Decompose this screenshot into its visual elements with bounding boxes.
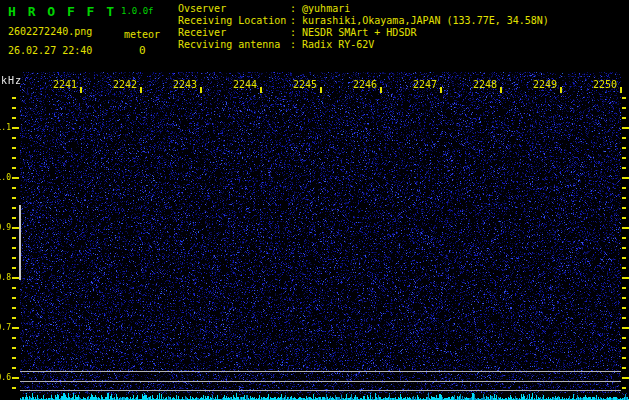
time-tick-label: 2249	[531, 80, 557, 90]
freq-tick-label: 0.9	[0, 223, 11, 232]
freq-tick-right	[622, 327, 629, 329]
freq-tick-right	[622, 197, 626, 199]
station-info-separator: :	[290, 27, 302, 39]
station-info-label: Receiver	[178, 27, 290, 39]
signal-level-strip	[20, 392, 629, 400]
station-info-label: Receiving Location	[178, 15, 290, 27]
freq-tick-right	[622, 307, 626, 309]
time-tick-label: 2247	[411, 80, 437, 90]
freq-tick-left	[12, 267, 16, 269]
time-tick-label: 2244	[231, 80, 257, 90]
station-info-separator: :	[290, 39, 302, 51]
hrofft-screen: H R O F F T 1.0.0f 2602272240.png meteor…	[0, 0, 629, 400]
station-info-value: NESDR SMArt + HDSDR	[302, 27, 416, 39]
freq-tick-left	[12, 137, 16, 139]
freq-tick-right	[622, 157, 626, 159]
freq-tick-label: 0.6	[0, 373, 11, 382]
freq-tick-right	[622, 347, 626, 349]
freq-tick-left	[12, 177, 19, 179]
freq-tick-label: 0.8	[0, 273, 11, 282]
freq-tick-right	[622, 147, 626, 149]
freq-tick-right	[622, 367, 626, 369]
station-info-label: Ovserver	[178, 3, 290, 15]
freq-tick-left	[12, 317, 16, 319]
freq-tick-left	[12, 217, 16, 219]
freq-tick-left	[12, 337, 16, 339]
freq-tick-left	[12, 187, 16, 189]
freq-tick-left	[12, 387, 16, 389]
freq-tick-label: 0.7	[0, 323, 11, 332]
freq-tick-right	[622, 377, 629, 379]
time-tick-mark	[320, 87, 322, 93]
freq-tick-left	[12, 157, 16, 159]
station-info-label: Recviving antenna	[178, 39, 290, 51]
time-tick-mark	[260, 87, 262, 93]
freq-tick-right	[622, 317, 626, 319]
time-tick-mark	[500, 87, 502, 93]
freq-tick-right	[622, 227, 629, 229]
freq-tick-left	[12, 247, 16, 249]
station-info-row: Receiver: NESDR SMArt + HDSDR	[178, 27, 549, 39]
freq-tick-right	[622, 297, 626, 299]
station-info: Ovserver: @yuhmariReceiving Location: ku…	[178, 3, 549, 51]
station-info-row: Ovserver: @yuhmari	[178, 3, 549, 15]
freq-tick-right	[622, 127, 629, 129]
freq-tick-right	[622, 357, 626, 359]
station-info-separator: :	[290, 3, 302, 15]
carrier-reference-line	[20, 381, 621, 382]
freq-tick-left	[12, 347, 16, 349]
freq-tick-left	[12, 167, 16, 169]
freq-tick-left	[12, 237, 16, 239]
freq-tick-left	[12, 287, 16, 289]
output-filename: 2602272240.png	[8, 26, 92, 37]
freq-tick-right	[622, 137, 626, 139]
time-tick-mark	[200, 87, 202, 93]
time-tick-mark	[80, 87, 82, 93]
carrier-reference-line	[20, 371, 621, 372]
freq-tick-left	[12, 197, 16, 199]
freq-tick-label: 1.1	[0, 123, 11, 132]
freq-tick-right	[622, 237, 626, 239]
freq-tick-left	[12, 97, 16, 99]
freq-tick-right	[622, 117, 626, 119]
freq-tick-right	[622, 387, 626, 389]
time-tick-label: 2242	[111, 80, 137, 90]
station-info-separator: :	[290, 15, 302, 27]
time-tick-label: 2243	[171, 80, 197, 90]
freq-tick-right	[622, 207, 626, 209]
time-tick-mark	[440, 87, 442, 93]
freq-tick-right	[622, 97, 626, 99]
time-tick-mark	[140, 87, 142, 93]
freq-tick-left	[12, 307, 16, 309]
freq-tick-right	[622, 287, 626, 289]
station-info-value: @yuhmari	[302, 3, 350, 15]
station-info-row: Receiving Location: kurashiki,Okayama,JA…	[178, 15, 549, 27]
app-version: 1.0.0f	[121, 6, 154, 16]
station-info-value: kurashiki,Okayama,JAPAN (133.77E, 34.58N…	[302, 15, 549, 27]
freq-tick-right	[622, 167, 626, 169]
freq-tick-right	[622, 277, 629, 279]
time-tick-label: 2250	[591, 80, 617, 90]
freq-tick-left	[12, 277, 19, 279]
time-tick-mark	[560, 87, 562, 93]
freq-tick-left	[12, 377, 19, 379]
time-tick-label: 2248	[471, 80, 497, 90]
app-title: H R O F F T	[8, 4, 116, 19]
carrier-reference-line	[20, 390, 621, 391]
freq-tick-left	[12, 147, 16, 149]
freq-tick-right	[622, 107, 626, 109]
freq-tick-left	[12, 127, 19, 129]
freq-tick-left	[12, 117, 16, 119]
freq-tick-left	[12, 227, 19, 229]
meteor-counter-value: 0	[139, 44, 146, 57]
time-tick-label: 2245	[291, 80, 317, 90]
freq-tick-right	[622, 247, 626, 249]
station-info-value: Radix RY-62V	[302, 39, 374, 51]
freq-tick-right	[622, 177, 629, 179]
station-info-row: Recviving antenna: Radix RY-62V	[178, 39, 549, 51]
left-edge-marker-line	[19, 205, 21, 280]
freq-tick-label: 1.0	[0, 173, 11, 182]
freq-tick-left	[12, 297, 16, 299]
freq-tick-left	[12, 107, 16, 109]
time-tick-label: 2246	[351, 80, 377, 90]
